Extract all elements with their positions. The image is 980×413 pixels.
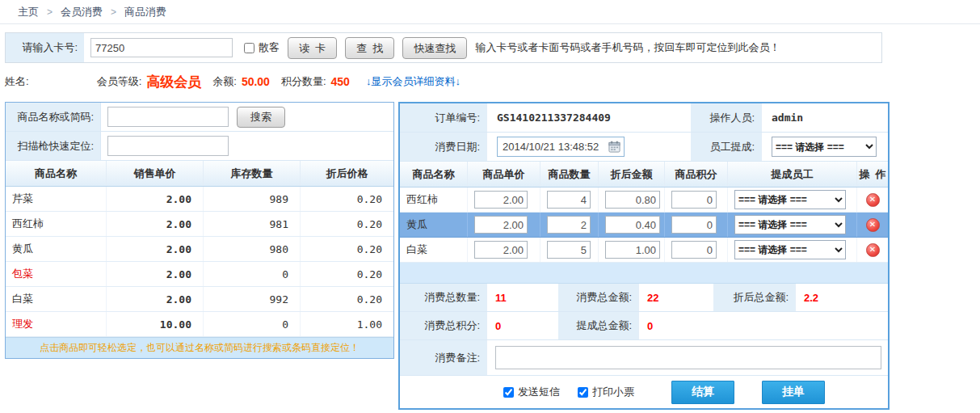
order-column-header: 商品名称 (400, 162, 468, 187)
total-amount-label: 消费总金额: (558, 284, 639, 311)
total-points-label: 消费总积分: (400, 312, 487, 339)
item-name: 西红柿 (400, 188, 468, 212)
item-staff-select[interactable]: === 请选择 === (734, 240, 846, 259)
print-checkbox-wrap[interactable]: 打印小票 (578, 385, 634, 399)
product-column-header: 折后价格 (301, 161, 393, 186)
quick-find-button[interactable]: 快速查找 (402, 37, 467, 59)
order-no-label: 订单编号: (400, 103, 487, 132)
product-row[interactable]: 包菜2.0000.20 (6, 262, 393, 287)
breadcrumb-item[interactable]: 商品消费 (124, 5, 166, 19)
item-points-input[interactable] (671, 191, 717, 209)
product-discount-price: 0.20 (301, 212, 393, 236)
order-item-row[interactable]: 西红柿=== 请选择 ===✕ (400, 188, 888, 213)
card-lookup-box: 请输入卡号: 散客 读 卡 查 找 快速查找 输入卡号或者卡面号码或者手机号码，… (5, 32, 882, 63)
order-table-header: 商品名称商品单价商品数量折后金额商品积分提成员工操 作 (400, 162, 888, 188)
order-table-body: 西红柿=== 请选择 ===✕黄瓜=== 请选择 ===✕白菜=== 请选择 =… (400, 188, 888, 263)
product-discount-price: 0.20 (301, 287, 393, 311)
product-stock: 992 (204, 287, 301, 311)
delete-item-icon[interactable]: ✕ (866, 218, 880, 232)
product-discount-price: 0.20 (301, 237, 393, 261)
read-card-button[interactable]: 读 卡 (288, 37, 337, 59)
guest-checkbox-wrap[interactable]: 散客 (244, 33, 280, 62)
order-table-spacer (400, 263, 888, 284)
item-discount-input[interactable] (605, 191, 660, 209)
sms-label: 发送短信 (518, 385, 560, 399)
item-price-input[interactable] (474, 241, 528, 259)
scanner-locate-label: 扫描枪快速定位: (6, 132, 101, 160)
product-name: 白菜 (6, 287, 107, 311)
delete-item-icon[interactable]: ✕ (866, 243, 880, 257)
item-points-input[interactable] (671, 241, 717, 259)
item-discount-input[interactable] (605, 216, 660, 234)
calendar-icon[interactable] (608, 141, 620, 153)
product-price: 2.00 (107, 262, 204, 286)
remark-input[interactable] (495, 346, 881, 369)
total-qty-label: 消费总数量: (400, 284, 487, 311)
product-row[interactable]: 西红柿2.009810.20 (6, 212, 393, 237)
product-table-header: 商品名称销售单价库存数量折后价格 (6, 161, 393, 187)
sms-checkbox[interactable] (503, 387, 514, 398)
show-member-detail-link[interactable]: ↓显示会员详细资料↓ (366, 74, 461, 89)
card-number-input[interactable] (90, 38, 233, 57)
product-name: 黄瓜 (6, 237, 107, 261)
total-qty-value: 11 (487, 284, 558, 311)
product-column-header: 库存数量 (204, 161, 301, 186)
find-button[interactable]: 查 找 (345, 37, 394, 59)
item-qty-input[interactable] (547, 216, 591, 234)
item-price-input[interactable] (474, 191, 528, 209)
staff-commission-select[interactable]: === 请选择 === (772, 137, 877, 157)
total-commission-value: 0 (639, 312, 713, 339)
member-points-label: 积分数量: (281, 74, 326, 89)
breadcrumb-item[interactable]: 主页 (18, 5, 39, 19)
remark-label: 消费备注: (400, 340, 487, 375)
product-stock: 0 (204, 262, 301, 286)
guest-label: 散客 (259, 40, 280, 55)
product-search-button[interactable]: 搜索 (237, 107, 285, 128)
order-no-value: GS1410211337284409 (497, 112, 611, 124)
sms-checkbox-wrap[interactable]: 发送短信 (503, 385, 560, 399)
delete-item-icon[interactable]: ✕ (866, 193, 880, 207)
item-discount-input[interactable] (605, 241, 660, 259)
print-label: 打印小票 (592, 385, 634, 399)
order-item-row[interactable]: 黄瓜=== 请选择 ===✕ (400, 213, 888, 238)
hold-order-button[interactable]: 挂单 (762, 381, 825, 404)
order-column-header: 折后金额 (599, 162, 665, 187)
total-commission-label: 提成总金额: (558, 312, 639, 339)
member-info-bar: 姓名: 会员等级: 高级会员 余额: 50.00 积分数量: 450 ↓显示会员… (5, 70, 980, 94)
item-name: 白菜 (400, 238, 468, 262)
item-points-input[interactable] (671, 216, 717, 234)
product-price: 2.00 (107, 237, 204, 261)
product-row[interactable]: 芹菜2.009890.20 (6, 187, 393, 212)
totals-blank-cell (713, 312, 888, 339)
item-price-input[interactable] (474, 216, 528, 234)
item-staff-select[interactable]: === 请选择 === (734, 215, 846, 234)
product-price: 2.00 (107, 187, 204, 211)
print-checkbox[interactable] (578, 387, 588, 398)
product-row[interactable]: 理发10.0001.00 (6, 312, 393, 337)
order-item-row[interactable]: 白菜=== 请选择 ===✕ (400, 238, 888, 263)
product-discount-price: 1.00 (301, 312, 393, 336)
item-qty-input[interactable] (547, 191, 591, 209)
product-name: 西红柿 (6, 212, 107, 236)
consume-date-input[interactable] (497, 137, 625, 157)
product-row[interactable]: 黄瓜2.009800.20 (6, 237, 393, 262)
product-search-input[interactable] (107, 107, 229, 127)
guest-checkbox[interactable] (244, 43, 254, 53)
total-amount-value: 22 (639, 284, 713, 311)
breadcrumb-item[interactable]: 会员消费 (61, 5, 103, 19)
product-price: 2.00 (107, 287, 204, 311)
product-stock: 0 (204, 312, 301, 336)
order-column-header: 商品单价 (468, 162, 540, 187)
consume-date-label: 消费日期: (400, 133, 487, 161)
checkout-button[interactable]: 结算 (671, 381, 734, 404)
total-discounted-label: 折后总金额: (713, 284, 796, 311)
scanner-locate-input[interactable] (107, 136, 229, 156)
item-staff-select[interactable]: === 请选择 === (734, 190, 846, 209)
member-name-label: 姓名: (5, 74, 29, 89)
item-qty-input[interactable] (547, 241, 591, 259)
member-balance-label: 余额: (212, 74, 237, 89)
breadcrumb-separator: > (47, 6, 53, 18)
operator-label: 操作人员: (691, 103, 762, 132)
product-row[interactable]: 白菜2.009920.20 (6, 287, 393, 312)
staff-commission-label: 员工提成: (691, 133, 762, 161)
